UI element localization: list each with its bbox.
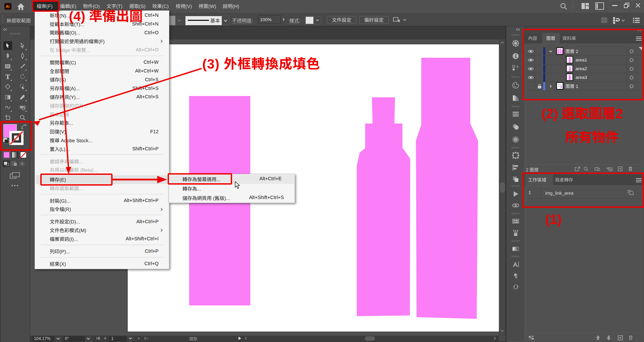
svg-text:O: O [513, 284, 518, 291]
